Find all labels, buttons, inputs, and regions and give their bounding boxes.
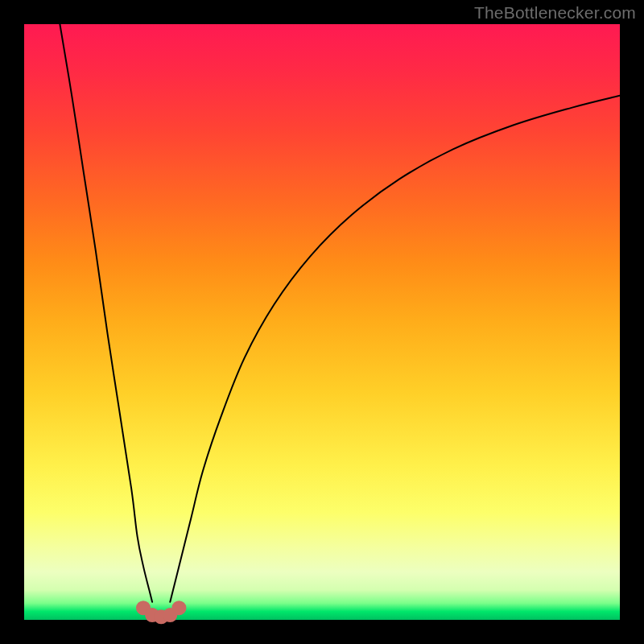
marker-group (136, 601, 186, 624)
plot-svg (24, 24, 620, 620)
plot-area (24, 24, 620, 620)
minimum-marker (171, 601, 186, 615)
watermark-text: TheBottlenecker.com (474, 3, 636, 23)
curve-left-branch (60, 24, 152, 602)
chart-frame: TheBottlenecker.com (0, 0, 644, 644)
curve-right-branch (170, 96, 620, 602)
